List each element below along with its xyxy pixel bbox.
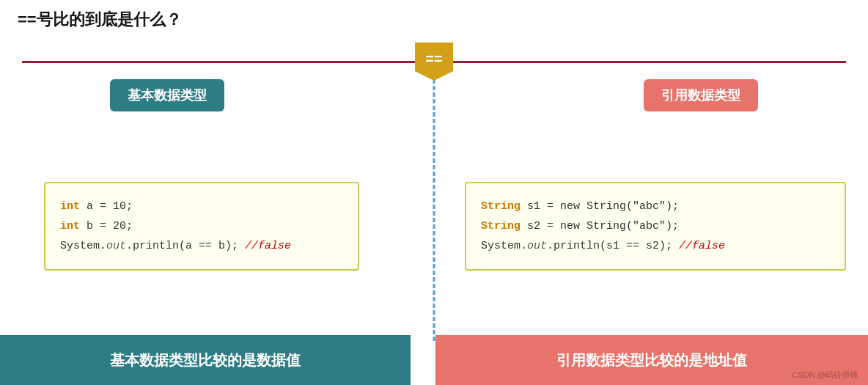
bottom-left-banner: 基本数据类型比较的是数据值 [0, 335, 411, 385]
equals-badge: == [415, 43, 453, 81]
divider-line-left [22, 61, 427, 63]
left-code-box: int a = 10; int b = 20; System.out.print… [44, 182, 359, 271]
code-line-1: int a = 10; [60, 197, 343, 216]
left-category-label: 基本数据类型 [110, 79, 224, 111]
keyword-int-2: int [60, 220, 80, 232]
code-line-r3: System.out.println(s1 == s2); //false [481, 236, 830, 256]
keyword-string-2: String [481, 220, 521, 232]
page-container: ==号比的到底是什么？ == 基本数据类型 引用数据类型 int a = 10;… [0, 0, 868, 385]
code-line-r1: String s1 = new String("abc"); [481, 197, 830, 216]
divider-line-right [441, 61, 846, 63]
bottom-right-text: 引用数据类型比较的是地址值 [556, 351, 747, 370]
watermark: CSDN @码砖师傅 [792, 370, 858, 381]
code-line-3: System.out.println(a == b); //false [60, 236, 343, 256]
dashed-vertical-line [433, 79, 435, 341]
page-title: ==号比的到底是什么？ [18, 9, 182, 31]
right-category-label: 引用数据类型 [644, 79, 758, 111]
keyword-int-1: int [60, 200, 80, 213]
bottom-left-text: 基本数据类型比较的是数据值 [110, 351, 301, 370]
code-line-2: int b = 20; [60, 216, 343, 236]
keyword-string-1: String [481, 200, 521, 213]
equals-symbol: == [425, 51, 442, 67]
right-code-box: String s1 = new String("abc"); String s2… [465, 182, 846, 271]
code-line-r2: String s2 = new String("abc"); [481, 216, 830, 236]
